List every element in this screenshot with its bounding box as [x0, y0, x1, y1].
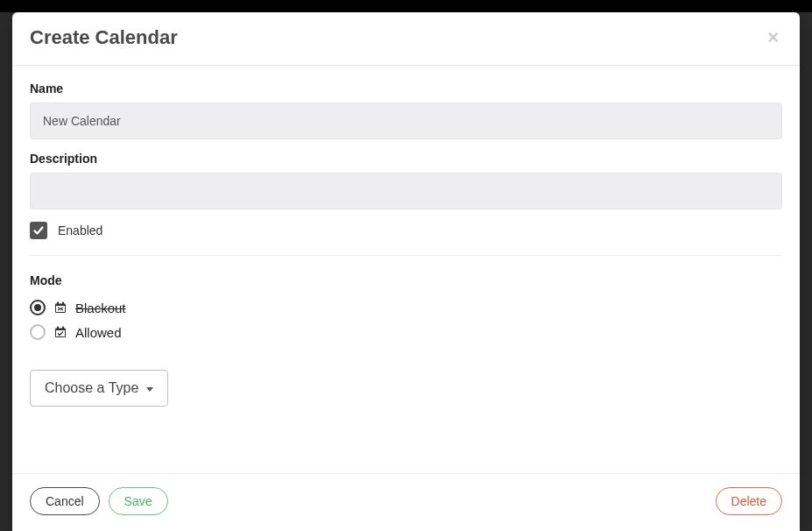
modal-body: Name Description Enabled Mode: [12, 66, 800, 473]
delete-button[interactable]: Delete: [716, 487, 782, 515]
mode-allowed-label: Allowed: [75, 325, 122, 340]
svg-rect-2: [57, 302, 59, 305]
svg-rect-9: [62, 327, 64, 329]
checkmark-icon: [32, 224, 45, 237]
mode-blackout-label: Blackout: [75, 301, 126, 315]
mode-radio-group: Blackout Allowed: [30, 300, 782, 340]
modal-footer: Cancel Save Delete: [12, 473, 800, 531]
mode-label: Mode: [30, 273, 782, 287]
name-group: Name: [30, 81, 782, 139]
save-button[interactable]: Save: [109, 487, 168, 515]
svg-rect-3: [62, 302, 64, 305]
mode-radio-blackout[interactable]: Blackout: [30, 300, 782, 315]
enabled-checkbox[interactable]: [30, 222, 47, 239]
modal-header: Create Calendar ×: [12, 12, 800, 66]
name-label: Name: [30, 81, 782, 96]
radio-indicator: [30, 300, 46, 315]
close-icon: ×: [767, 26, 779, 48]
enabled-label: Enabled: [58, 223, 102, 237]
calendar-blackout-icon: [54, 301, 67, 314]
enabled-row[interactable]: Enabled: [30, 222, 782, 239]
close-button[interactable]: ×: [764, 28, 782, 47]
svg-rect-8: [57, 327, 59, 329]
name-input[interactable]: [30, 103, 782, 139]
modal-title: Create Calendar: [30, 26, 178, 49]
radio-indicator: [30, 324, 46, 340]
mode-radio-allowed[interactable]: Allowed: [30, 324, 782, 340]
description-input[interactable]: [30, 173, 782, 209]
description-label: Description: [30, 152, 782, 166]
choose-type-dropdown[interactable]: Choose a Type: [30, 370, 168, 407]
cancel-button[interactable]: Cancel: [30, 487, 100, 515]
choose-type-label: Choose a Type: [45, 380, 138, 396]
calendar-allowed-icon: [54, 326, 67, 338]
mode-section: Mode: [30, 273, 782, 340]
svg-rect-7: [56, 330, 65, 336]
caret-down-icon: [146, 387, 153, 392]
create-calendar-modal: Create Calendar × Name Description Enabl…: [12, 12, 800, 531]
description-group: Description: [30, 152, 782, 209]
section-divider: [30, 255, 782, 256]
